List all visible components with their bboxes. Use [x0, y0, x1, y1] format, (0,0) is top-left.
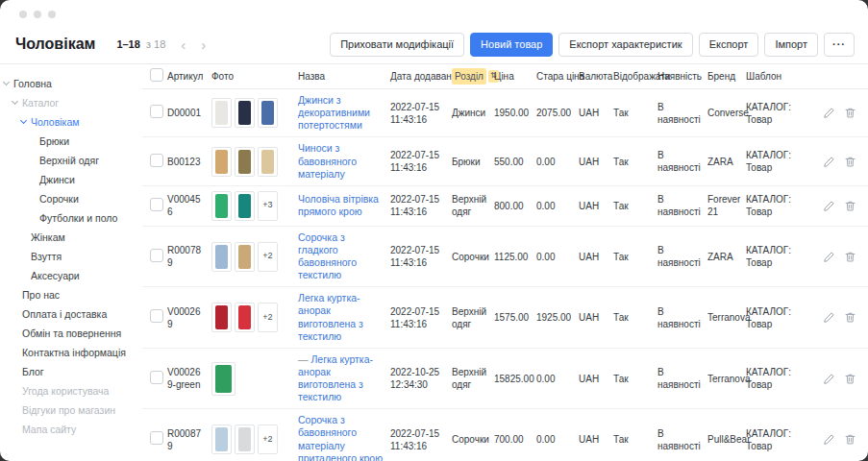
row-checkbox[interactable] [150, 105, 163, 118]
thumbnail-image [215, 365, 232, 393]
column-header-currency[interactable]: Валюта [579, 70, 613, 83]
sidebar-item-12[interactable]: Оплата і доставка [0, 304, 142, 324]
cell-display: Так [613, 200, 657, 212]
window-close-button[interactable] [19, 11, 27, 18]
delete-trash-icon[interactable] [844, 200, 856, 212]
cell-availability: В наявності [657, 305, 707, 330]
sidebar-item-7[interactable]: Футболки и поло [0, 208, 142, 228]
window-minimize-button[interactable] [34, 11, 41, 18]
sidebar-item-6[interactable]: Сорочки [0, 189, 142, 208]
product-name-link[interactable]: Сорочка з гладкого бавовняного текстилю [298, 231, 357, 280]
select-all-cell [150, 68, 167, 85]
product-thumbnail[interactable] [258, 147, 278, 177]
product-thumbnail[interactable] [211, 362, 236, 396]
sidebar-item-9[interactable]: Взуття [0, 247, 142, 266]
select-all-checkbox[interactable] [150, 68, 163, 82]
product-thumbnail[interactable] [235, 98, 255, 128]
sidebar-item-1[interactable]: Каталог [0, 93, 142, 112]
sidebar-item-4[interactable]: Верхній одяг [0, 151, 142, 170]
sidebar-item-13[interactable]: Обмін та повернення [0, 324, 142, 343]
product-thumbnail[interactable] [211, 425, 232, 454]
edit-pencil-icon[interactable] [823, 200, 835, 212]
more-photos-badge[interactable]: +2 [258, 303, 278, 332]
sidebar-item-label: Угода користувача [22, 385, 109, 397]
delete-trash-icon[interactable] [844, 311, 856, 324]
column-header-name[interactable]: Назва [298, 70, 390, 83]
edit-pencil-icon[interactable] [823, 373, 835, 385]
delete-trash-icon[interactable] [844, 433, 856, 446]
more-photos-badge[interactable]: +3 [258, 191, 278, 221]
edit-pencil-icon[interactable] [823, 251, 835, 263]
row-checkbox[interactable] [150, 431, 163, 445]
prev-page-button[interactable]: ‹ [181, 37, 186, 52]
export-characteristics-button[interactable]: Експорт характеристик [558, 33, 692, 57]
more-actions-button[interactable]: ··· [824, 33, 855, 57]
column-header-section[interactable]: Розділ⇅ [452, 68, 494, 85]
delete-trash-icon[interactable] [844, 107, 856, 119]
product-thumbnail[interactable] [235, 191, 255, 221]
product-thumbnail[interactable] [235, 303, 255, 332]
product-thumbnail[interactable] [211, 191, 232, 221]
sidebar-item-15[interactable]: Блог [0, 362, 142, 381]
product-thumbnail[interactable] [211, 98, 232, 128]
row-checkbox[interactable] [150, 154, 163, 167]
sidebar-item-18[interactable]: Мапа сайту [0, 420, 142, 439]
product-thumbnail[interactable] [235, 242, 255, 272]
sidebar-item-11[interactable]: Про нас [0, 285, 142, 304]
column-header-availability[interactable]: Наявність [657, 70, 707, 83]
edit-pencil-icon[interactable] [823, 156, 835, 168]
sidebar-item-3[interactable]: Брюки [0, 132, 142, 151]
delete-trash-icon[interactable] [844, 156, 856, 168]
column-header-price[interactable]: Ціна [494, 70, 536, 83]
product-thumbnail[interactable] [211, 303, 232, 332]
next-page-button[interactable]: › [201, 37, 206, 52]
edit-pencil-icon[interactable] [823, 311, 835, 324]
cell-price: 15825.00 [494, 373, 536, 385]
product-thumbnail[interactable] [211, 147, 232, 177]
product-name-link[interactable]: Сорочка з бавовняного матеріалу притален… [298, 414, 383, 461]
product-thumbnail[interactable] [235, 147, 255, 177]
sidebar-item-14[interactable]: Контактна інформація [0, 343, 142, 362]
hide-modifications-button[interactable]: Приховати модифікації [330, 33, 464, 57]
product-thumbnail[interactable] [211, 242, 232, 272]
column-header-display[interactable]: Відображати [613, 70, 657, 83]
sidebar-item-0[interactable]: Головна [0, 74, 142, 93]
product-name-link[interactable]: Чиноси з бавовняного матеріалу [298, 142, 357, 179]
column-header-date[interactable]: Дата додавання [390, 70, 452, 83]
import-button[interactable]: Імпорт [764, 33, 818, 57]
cell-sku: V000269-green [167, 366, 211, 391]
cell-display: Так [613, 433, 657, 446]
time-value: 11:43:16 [390, 256, 446, 269]
edit-pencil-icon[interactable] [823, 433, 835, 446]
column-header-old_price[interactable]: Стара ціна [536, 70, 579, 83]
product-thumbnail[interactable] [258, 98, 278, 128]
more-photos-badge[interactable]: +2 [258, 425, 278, 454]
sidebar-item-2[interactable]: Чоловікам [0, 112, 142, 132]
product-name-link[interactable]: Легка куртка-анорак виготовлена з тексти… [298, 292, 363, 341]
delete-trash-icon[interactable] [844, 251, 856, 263]
product-thumbnail[interactable] [235, 425, 255, 454]
delete-trash-icon[interactable] [844, 373, 856, 385]
column-header-template[interactable]: Шаблон [746, 70, 798, 83]
sidebar-item-17[interactable]: Відгуки про магазин [0, 400, 142, 420]
cell-date-added: 2022-10-2512:34:30 [390, 366, 452, 391]
sidebar-item-8[interactable]: Жінкам [0, 228, 142, 247]
row-checkbox[interactable] [150, 249, 163, 262]
row-checkbox[interactable] [150, 198, 163, 211]
column-header-brand[interactable]: Бренд [707, 70, 746, 83]
new-product-button[interactable]: Новий товар [470, 33, 553, 57]
product-name-link[interactable]: Чоловіча вітрівка прямого крою [298, 193, 379, 217]
sidebar-item-16[interactable]: Угода користувача [0, 381, 142, 400]
row-checkbox[interactable] [150, 371, 163, 384]
row-checkbox[interactable] [150, 309, 163, 323]
edit-pencil-icon[interactable] [823, 107, 835, 119]
cell-display: Так [613, 373, 657, 385]
column-header-photo[interactable]: Фото [211, 70, 298, 83]
column-header-sku[interactable]: Артикул [167, 70, 211, 83]
window-maximize-button[interactable] [48, 11, 56, 18]
more-photos-badge[interactable]: +2 [258, 242, 278, 272]
sidebar-item-5[interactable]: Джинси [0, 170, 142, 189]
export-button[interactable]: Експорт [699, 33, 759, 57]
sidebar-item-10[interactable]: Аксесуари [0, 266, 142, 285]
product-name-link[interactable]: Джинси з декоративними потертостями [298, 94, 370, 131]
